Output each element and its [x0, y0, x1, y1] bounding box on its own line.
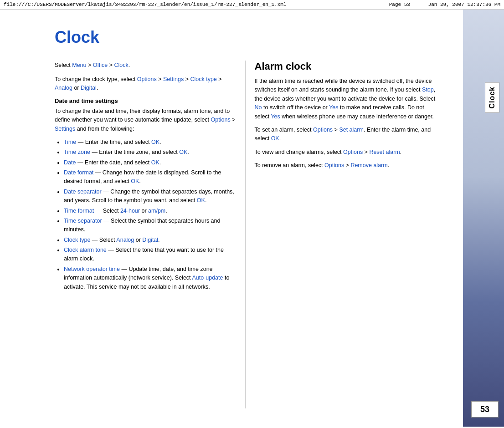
list-item-date-separator: Date separator — Change the symbol that …: [64, 188, 236, 205]
filepath: file:///C:/USERS/MODEServer/lkatajis/348…: [4, 2, 287, 7]
list-item-time: Time — Enter the time, and select OK.: [64, 138, 236, 147]
list-item-date: Date — Enter the date, and select OK.: [64, 158, 236, 167]
alarm-para2: To set an alarm, select Options > Set al…: [255, 126, 436, 143]
list-item-date-format: Date format — Change how the date is dis…: [64, 168, 236, 186]
list-item-timezone: Time zone — Enter the time zone, and sel…: [64, 148, 236, 157]
office-link[interactable]: Office: [93, 62, 108, 68]
nav-path: Select Menu > Office > Clock.: [55, 61, 236, 70]
two-col: Select Menu > Office > Clock. To change …: [55, 61, 436, 408]
alarm-para3: To view and change alarms, select Option…: [255, 148, 436, 157]
list-item-time-format: Time format — Select 24-hour or am/pm.: [64, 207, 236, 215]
right-sidebar: Clock 53: [463, 10, 504, 427]
date-time-para: To change the date and time, their displ…: [55, 107, 236, 133]
alarm-clock-title: Alarm clock: [255, 61, 436, 72]
page-number: 53: [471, 401, 499, 418]
list-item-time-separator: Time separator — Select the symbol that …: [64, 217, 236, 234]
page-info: Page 53 Jan 29, 2007 12:37:36 PM: [389, 2, 500, 7]
settings-list: Time — Enter the time, and select OK. Ti…: [64, 138, 236, 291]
list-item-clock-type: Clock type — Select Analog or Digital.: [64, 236, 236, 245]
page-title: Clock: [55, 28, 436, 47]
right-col: Alarm clock If the alarm time is reached…: [246, 61, 436, 408]
alarm-para1: If the alarm time is reached while the d…: [255, 77, 436, 121]
date-time-heading: Date and time settings: [55, 97, 236, 104]
main-layout: Clock Select Menu > Office > Clock. To c…: [0, 10, 504, 427]
left-col: Select Menu > Office > Clock. To change …: [55, 61, 246, 408]
alarm-para4: To remove an alarm, select Options > Rem…: [255, 161, 436, 170]
menu-link[interactable]: Menu: [72, 62, 86, 68]
clock-link[interactable]: Clock: [114, 62, 128, 68]
clock-type-para: To change the clock type, select Options…: [55, 75, 236, 93]
top-bar: file:///C:/USERS/MODEServer/lkatajis/348…: [0, 0, 504, 10]
content-area: Clock Select Menu > Office > Clock. To c…: [0, 10, 463, 427]
sidebar-tab-label: Clock: [485, 82, 499, 113]
list-item-network-operator-time: Network operator time — Update time, dat…: [64, 265, 236, 291]
list-item-clock-alarm-tone: Clock alarm tone — Select the tone that …: [64, 246, 236, 264]
